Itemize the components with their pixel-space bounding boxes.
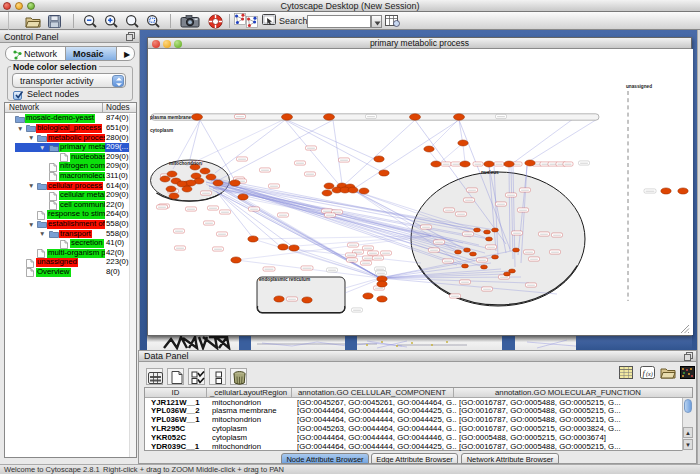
svg-text:endoplasmic reticulum: endoplasmic reticulum (259, 277, 310, 282)
svg-text:plasma membrane: plasma membrane (150, 115, 192, 120)
svg-text:cytoplasm: cytoplasm (150, 128, 173, 133)
svg-text:unassigned: unassigned (626, 84, 652, 89)
svg-text:mitochondrion: mitochondrion (169, 161, 202, 166)
svg-text:nucleus: nucleus (481, 170, 499, 175)
svg-text:(x): (x) (646, 371, 653, 378)
